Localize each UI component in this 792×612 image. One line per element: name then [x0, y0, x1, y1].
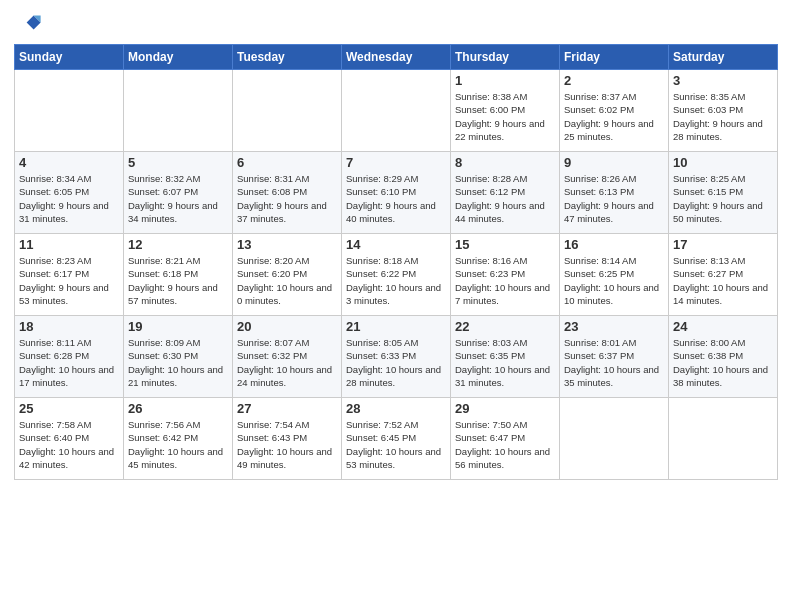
calendar-cell: 29Sunrise: 7:50 AM Sunset: 6:47 PM Dayli… — [451, 398, 560, 480]
day-number: 9 — [564, 155, 664, 170]
calendar-cell — [15, 70, 124, 152]
day-info: Sunrise: 7:58 AM Sunset: 6:40 PM Dayligh… — [19, 418, 119, 471]
calendar-table: SundayMondayTuesdayWednesdayThursdayFrid… — [14, 44, 778, 480]
calendar-cell: 3Sunrise: 8:35 AM Sunset: 6:03 PM Daylig… — [669, 70, 778, 152]
calendar-cell — [124, 70, 233, 152]
calendar-cell — [342, 70, 451, 152]
calendar-cell: 23Sunrise: 8:01 AM Sunset: 6:37 PM Dayli… — [560, 316, 669, 398]
weekday-header-row: SundayMondayTuesdayWednesdayThursdayFrid… — [15, 45, 778, 70]
weekday-header-tuesday: Tuesday — [233, 45, 342, 70]
calendar-week-4: 18Sunrise: 8:11 AM Sunset: 6:28 PM Dayli… — [15, 316, 778, 398]
calendar-cell: 19Sunrise: 8:09 AM Sunset: 6:30 PM Dayli… — [124, 316, 233, 398]
weekday-header-thursday: Thursday — [451, 45, 560, 70]
calendar-cell: 22Sunrise: 8:03 AM Sunset: 6:35 PM Dayli… — [451, 316, 560, 398]
day-info: Sunrise: 8:05 AM Sunset: 6:33 PM Dayligh… — [346, 336, 446, 389]
logo-icon — [14, 10, 42, 38]
day-info: Sunrise: 7:52 AM Sunset: 6:45 PM Dayligh… — [346, 418, 446, 471]
day-number: 29 — [455, 401, 555, 416]
calendar-cell: 15Sunrise: 8:16 AM Sunset: 6:23 PM Dayli… — [451, 234, 560, 316]
calendar-cell: 4Sunrise: 8:34 AM Sunset: 6:05 PM Daylig… — [15, 152, 124, 234]
day-number: 10 — [673, 155, 773, 170]
day-number: 4 — [19, 155, 119, 170]
day-info: Sunrise: 8:38 AM Sunset: 6:00 PM Dayligh… — [455, 90, 555, 143]
day-number: 27 — [237, 401, 337, 416]
day-number: 5 — [128, 155, 228, 170]
calendar-cell: 18Sunrise: 8:11 AM Sunset: 6:28 PM Dayli… — [15, 316, 124, 398]
day-info: Sunrise: 8:34 AM Sunset: 6:05 PM Dayligh… — [19, 172, 119, 225]
day-number: 22 — [455, 319, 555, 334]
weekday-header-sunday: Sunday — [15, 45, 124, 70]
calendar-cell: 14Sunrise: 8:18 AM Sunset: 6:22 PM Dayli… — [342, 234, 451, 316]
calendar-cell: 12Sunrise: 8:21 AM Sunset: 6:18 PM Dayli… — [124, 234, 233, 316]
day-number: 21 — [346, 319, 446, 334]
day-number: 19 — [128, 319, 228, 334]
weekday-header-wednesday: Wednesday — [342, 45, 451, 70]
calendar-cell: 13Sunrise: 8:20 AM Sunset: 6:20 PM Dayli… — [233, 234, 342, 316]
weekday-header-saturday: Saturday — [669, 45, 778, 70]
calendar-cell: 24Sunrise: 8:00 AM Sunset: 6:38 PM Dayli… — [669, 316, 778, 398]
calendar-cell: 21Sunrise: 8:05 AM Sunset: 6:33 PM Dayli… — [342, 316, 451, 398]
day-info: Sunrise: 8:18 AM Sunset: 6:22 PM Dayligh… — [346, 254, 446, 307]
day-info: Sunrise: 8:11 AM Sunset: 6:28 PM Dayligh… — [19, 336, 119, 389]
day-info: Sunrise: 7:56 AM Sunset: 6:42 PM Dayligh… — [128, 418, 228, 471]
day-number: 28 — [346, 401, 446, 416]
day-info: Sunrise: 8:00 AM Sunset: 6:38 PM Dayligh… — [673, 336, 773, 389]
day-info: Sunrise: 7:50 AM Sunset: 6:47 PM Dayligh… — [455, 418, 555, 471]
weekday-header-monday: Monday — [124, 45, 233, 70]
calendar-cell: 20Sunrise: 8:07 AM Sunset: 6:32 PM Dayli… — [233, 316, 342, 398]
calendar-week-1: 1Sunrise: 8:38 AM Sunset: 6:00 PM Daylig… — [15, 70, 778, 152]
calendar-cell: 2Sunrise: 8:37 AM Sunset: 6:02 PM Daylig… — [560, 70, 669, 152]
calendar-cell: 7Sunrise: 8:29 AM Sunset: 6:10 PM Daylig… — [342, 152, 451, 234]
day-info: Sunrise: 8:07 AM Sunset: 6:32 PM Dayligh… — [237, 336, 337, 389]
calendar-cell: 9Sunrise: 8:26 AM Sunset: 6:13 PM Daylig… — [560, 152, 669, 234]
day-info: Sunrise: 8:21 AM Sunset: 6:18 PM Dayligh… — [128, 254, 228, 307]
calendar-cell: 17Sunrise: 8:13 AM Sunset: 6:27 PM Dayli… — [669, 234, 778, 316]
day-info: Sunrise: 8:16 AM Sunset: 6:23 PM Dayligh… — [455, 254, 555, 307]
calendar-week-3: 11Sunrise: 8:23 AM Sunset: 6:17 PM Dayli… — [15, 234, 778, 316]
weekday-header-friday: Friday — [560, 45, 669, 70]
day-number: 8 — [455, 155, 555, 170]
day-info: Sunrise: 8:28 AM Sunset: 6:12 PM Dayligh… — [455, 172, 555, 225]
calendar-cell: 10Sunrise: 8:25 AM Sunset: 6:15 PM Dayli… — [669, 152, 778, 234]
day-info: Sunrise: 8:20 AM Sunset: 6:20 PM Dayligh… — [237, 254, 337, 307]
day-number: 25 — [19, 401, 119, 416]
day-info: Sunrise: 8:13 AM Sunset: 6:27 PM Dayligh… — [673, 254, 773, 307]
day-info: Sunrise: 8:14 AM Sunset: 6:25 PM Dayligh… — [564, 254, 664, 307]
calendar-cell: 1Sunrise: 8:38 AM Sunset: 6:00 PM Daylig… — [451, 70, 560, 152]
day-info: Sunrise: 8:32 AM Sunset: 6:07 PM Dayligh… — [128, 172, 228, 225]
day-info: Sunrise: 8:01 AM Sunset: 6:37 PM Dayligh… — [564, 336, 664, 389]
day-number: 16 — [564, 237, 664, 252]
day-info: Sunrise: 8:37 AM Sunset: 6:02 PM Dayligh… — [564, 90, 664, 143]
calendar-cell: 25Sunrise: 7:58 AM Sunset: 6:40 PM Dayli… — [15, 398, 124, 480]
day-info: Sunrise: 8:25 AM Sunset: 6:15 PM Dayligh… — [673, 172, 773, 225]
header — [14, 10, 778, 38]
day-number: 24 — [673, 319, 773, 334]
day-number: 23 — [564, 319, 664, 334]
calendar-cell: 6Sunrise: 8:31 AM Sunset: 6:08 PM Daylig… — [233, 152, 342, 234]
day-number: 12 — [128, 237, 228, 252]
day-number: 1 — [455, 73, 555, 88]
calendar-cell: 28Sunrise: 7:52 AM Sunset: 6:45 PM Dayli… — [342, 398, 451, 480]
calendar-cell — [560, 398, 669, 480]
calendar-week-2: 4Sunrise: 8:34 AM Sunset: 6:05 PM Daylig… — [15, 152, 778, 234]
day-number: 13 — [237, 237, 337, 252]
calendar-cell — [233, 70, 342, 152]
logo — [14, 10, 46, 38]
calendar-cell: 5Sunrise: 8:32 AM Sunset: 6:07 PM Daylig… — [124, 152, 233, 234]
day-number: 20 — [237, 319, 337, 334]
day-info: Sunrise: 8:35 AM Sunset: 6:03 PM Dayligh… — [673, 90, 773, 143]
calendar-cell: 11Sunrise: 8:23 AM Sunset: 6:17 PM Dayli… — [15, 234, 124, 316]
day-number: 15 — [455, 237, 555, 252]
day-info: Sunrise: 8:29 AM Sunset: 6:10 PM Dayligh… — [346, 172, 446, 225]
day-number: 26 — [128, 401, 228, 416]
day-number: 2 — [564, 73, 664, 88]
page: SundayMondayTuesdayWednesdayThursdayFrid… — [0, 0, 792, 612]
day-info: Sunrise: 8:26 AM Sunset: 6:13 PM Dayligh… — [564, 172, 664, 225]
day-number: 17 — [673, 237, 773, 252]
day-info: Sunrise: 8:03 AM Sunset: 6:35 PM Dayligh… — [455, 336, 555, 389]
day-info: Sunrise: 8:23 AM Sunset: 6:17 PM Dayligh… — [19, 254, 119, 307]
day-number: 3 — [673, 73, 773, 88]
calendar-cell — [669, 398, 778, 480]
day-info: Sunrise: 8:09 AM Sunset: 6:30 PM Dayligh… — [128, 336, 228, 389]
day-info: Sunrise: 8:31 AM Sunset: 6:08 PM Dayligh… — [237, 172, 337, 225]
